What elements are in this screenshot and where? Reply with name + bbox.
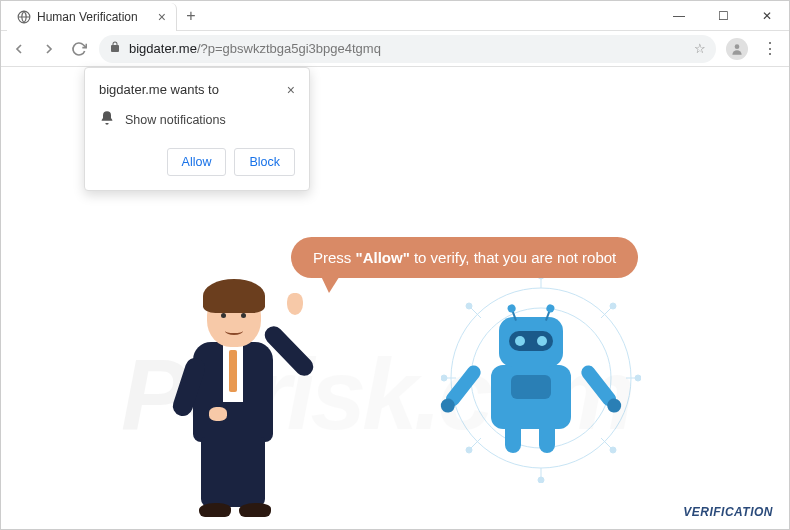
svg-point-1: [735, 44, 740, 49]
window-close-button[interactable]: ✕: [745, 1, 789, 31]
kebab-menu-icon[interactable]: ⋮: [758, 39, 781, 58]
back-button[interactable]: [9, 39, 29, 59]
bell-icon: [99, 110, 115, 130]
browser-toolbar: bigdater.me/?p=gbswkztbga5gi3bpge4tgmq ☆…: [1, 31, 789, 67]
svg-point-11: [635, 375, 641, 381]
profile-avatar[interactable]: [726, 38, 748, 60]
browser-tab[interactable]: Human Verification ×: [7, 3, 177, 31]
block-button[interactable]: Block: [234, 148, 295, 176]
robot-illustration: [461, 307, 601, 467]
maximize-button[interactable]: ☐: [701, 1, 745, 31]
permission-message: Show notifications: [125, 113, 226, 127]
bookmark-star-icon[interactable]: ☆: [694, 41, 706, 56]
allow-button[interactable]: Allow: [167, 148, 227, 176]
forward-button[interactable]: [39, 39, 59, 59]
globe-icon: [17, 10, 31, 24]
tab-title: Human Verification: [37, 10, 152, 24]
permission-title: bigdater.me wants to: [99, 82, 219, 97]
minimize-button[interactable]: —: [657, 1, 701, 31]
svg-point-5: [610, 303, 616, 309]
svg-point-9: [538, 477, 544, 483]
svg-point-10: [441, 375, 447, 381]
tab-close-icon[interactable]: ×: [158, 9, 166, 25]
svg-point-7: [610, 447, 616, 453]
url-text: bigdater.me/?p=gbswkztbga5gi3bpge4tgmq: [129, 41, 381, 56]
businessman-illustration: [171, 287, 301, 517]
lock-icon: [109, 41, 121, 56]
new-tab-button[interactable]: +: [177, 7, 205, 25]
close-icon[interactable]: ×: [287, 82, 295, 98]
footer-verification-label: VERIFICATION: [683, 505, 773, 519]
notification-permission-popup: bigdater.me wants to × Show notification…: [84, 67, 310, 191]
address-bar[interactable]: bigdater.me/?p=gbswkztbga5gi3bpge4tgmq ☆: [99, 35, 716, 63]
speech-bubble: Press "Allow" to verify, that you are no…: [291, 237, 638, 278]
reload-button[interactable]: [69, 39, 89, 59]
window-titlebar: Human Verification × + — ☐ ✕: [1, 1, 789, 31]
